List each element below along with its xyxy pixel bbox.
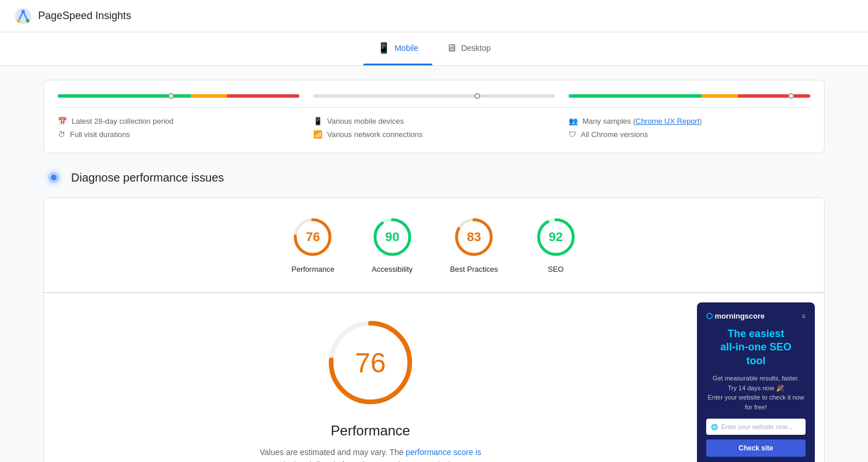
tabs-container: 📱 Mobile 🖥 Desktop [0,32,868,66]
score-label-seo: SEO [548,265,563,273]
progress-section: 📅 Latest 28-day collection period 📱 Vari… [43,80,825,153]
main-score-left: 76 Performance Values are estimated and … [44,293,697,462]
big-score-value: 76 [355,347,385,379]
big-score-circle: 76 [324,316,417,409]
promo-logo: ⬡ morningscore [706,312,765,320]
main-score-section: 76 Performance Values are estimated and … [44,293,824,462]
svg-point-3 [26,19,29,23]
svg-point-6 [51,175,57,180]
header: PageSpeed Insights [0,0,868,32]
info-item-4: ⏱ Full visit durations [58,130,299,139]
tab-desktop-label: Desktop [461,43,491,53]
calendar-icon: 📅 [58,117,67,125]
main-content: 📱 Mobile 🖥 Desktop [0,32,868,462]
promo-check-button[interactable]: Check site [706,439,806,457]
progress-bar-1 [58,94,299,98]
tab-mobile-label: Mobile [395,43,418,53]
progress-bars-row [58,94,810,98]
tab-desktop[interactable]: 🖥 Desktop [432,32,505,65]
score-item-accessibility[interactable]: 90 Accessibility [372,216,413,273]
score-label-best-practices: Best Practices [450,265,498,273]
promo-subtitle: Get measurable results, faster. Try 14 d… [706,374,806,412]
info-item-6: 🛡 All Chrome versions [569,130,810,139]
wifi-icon: 📶 [313,130,322,139]
score-value-seo: 92 [549,230,563,245]
info-grid: 📅 Latest 28-day collection period 📱 Vari… [58,107,810,139]
diagnose-section: Diagnose performance issues [43,167,825,188]
info-item-1: 📅 Latest 28-day collection period [58,117,299,125]
users-icon: 👥 [569,117,578,125]
info-text-5: Various network connections [327,130,422,139]
info-text-1: Latest 28-day collection period [72,117,173,125]
score-value-best-practices: 83 [467,230,481,245]
info-item-5: 📶 Various network connections [313,130,555,139]
scores-row: 76 Performance 90 Accessibility [44,198,824,293]
progress-bar-3 [569,94,810,98]
diagnose-icon [43,167,64,188]
desc-text-1: Values are estimated and may vary. The [259,448,406,457]
promo-menu-icon[interactable]: ≡ [802,312,806,320]
mobile-device-icon: 📱 [313,117,322,125]
score-item-performance[interactable]: 76 Performance [291,216,334,273]
diagnose-title: Diagnose performance issues [71,171,224,184]
svg-point-2 [17,19,20,23]
score-label-accessibility: Accessibility [372,265,413,273]
logo-icon [14,7,32,25]
info-text-6: All Chrome versions [581,130,648,139]
score-card: 76 Performance 90 Accessibility [43,197,825,462]
desktop-icon: 🖥 [446,42,457,54]
info-item-3: 👥 Many samples (Chrome UX Report) [569,117,810,125]
score-label-performance: Performance [291,265,334,273]
progress-bar-2 [313,94,555,98]
promo-area: ⬡ morningscore ≡ The easiest all-in-one … [697,293,824,462]
info-text-4: Full visit durations [70,130,130,139]
clock-icon: ⏱ [58,130,65,139]
promo-title: The easiest all-in-one SEO tool [706,327,806,368]
svg-point-1 [21,10,25,13]
score-item-seo[interactable]: 92 SEO [535,216,577,273]
score-circle-accessibility: 90 [372,216,413,258]
app-logo: PageSpeed Insights [14,7,131,25]
tab-mobile[interactable]: 📱 Mobile [363,32,432,65]
promo-input-placeholder: Enter your website now... [721,423,792,430]
info-text-3: Many samples (Chrome UX Report) [583,117,702,125]
main-score-title: Performance [331,423,410,439]
score-circle-performance: 76 [292,216,333,258]
chrome-ux-report-link[interactable]: Chrome UX Report [636,117,700,125]
score-circle-seo: 92 [535,216,577,258]
mobile-icon: 📱 [377,42,390,54]
promo-input-area: 🌐 Enter your website now... [706,419,806,435]
score-item-best-practices[interactable]: 83 Best Practices [450,216,498,273]
shield-icon: 🛡 [569,130,576,139]
promo-input-icon: 🌐 [711,424,718,430]
info-text-2: Various mobile devices [327,117,404,125]
info-item-2: 📱 Various mobile devices [313,117,555,125]
score-value-performance: 76 [306,230,320,245]
score-value-accessibility: 90 [385,230,399,245]
score-circle-best-practices: 83 [453,216,495,258]
promo-header: ⬡ morningscore ≡ [706,312,806,320]
promo-card: ⬡ morningscore ≡ The easiest all-in-one … [697,302,815,462]
app-title: PageSpeed Insights [38,10,131,22]
content-area: 📅 Latest 28-day collection period 📱 Vari… [29,66,839,462]
main-score-desc: Values are estimated and may vary. The p… [255,446,486,462]
